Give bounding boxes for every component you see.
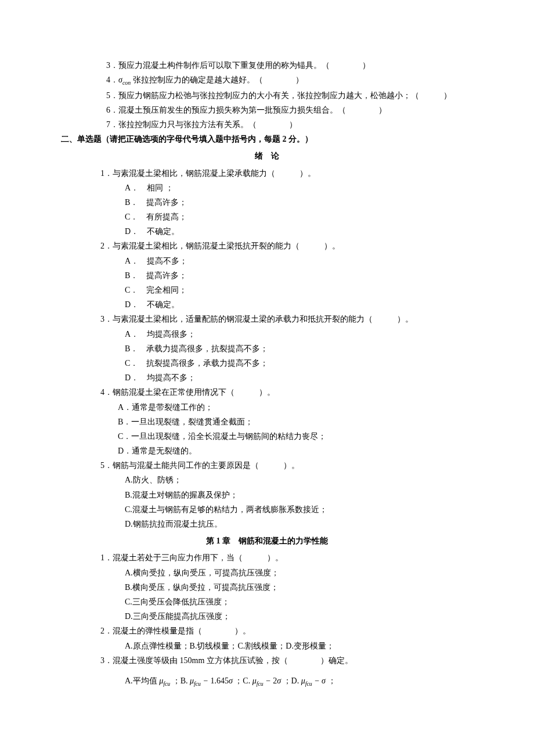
intro-q2-d: D． 不确定。 (61, 297, 473, 312)
tf-q5: 5．预应力钢筋应力松弛与张拉控制应力的大小有关，张拉控制应力越大，松弛越小；（ … (61, 88, 473, 103)
intro-q1-c: C． 有所提高； (61, 210, 473, 224)
ch1-q2-stem: 2．混凝土的弹性模量是指（ ）。 (61, 624, 473, 638)
ch1-q3-opts: A.平均值 μfcu ；B. μfcu − 1.645σ ；C. μfcu − … (61, 674, 473, 689)
sigma-1: σ (229, 676, 233, 685)
intro-q3-a: A． 均提高很多； (61, 327, 473, 341)
intro-q5-d: D.钢筋抗拉而混凝土抗压。 (61, 517, 473, 531)
tf-q3: 3．预应力混凝土构件制作后可以取下重复使用的称为锚具。（ ） (61, 58, 473, 73)
section-2-header: 二、单选题（请把正确选项的字母代号填入题中括号内，每题 2 分。） (61, 132, 473, 146)
title-ch1: 第 1 章 钢筋和混凝土的力学性能 (61, 534, 473, 548)
intro-q4-c: C．一旦出现裂缝，沿全长混凝土与钢筋间的粘结力丧尽； (61, 429, 473, 444)
mu-fcu-1: μfcu (159, 676, 170, 685)
sigma-con: σcon (118, 75, 131, 84)
tf-q4: 4．σcon 张拉控制应力的确定是越大越好。（ ） (61, 73, 473, 88)
minus-3: − (312, 676, 322, 685)
intro-q4-stem: 4．钢筋混凝土梁在正常使用情况下（ ）。 (61, 385, 473, 399)
intro-q2-a: A． 提高不多； (61, 254, 473, 268)
intro-q4-d: D．通常是无裂缝的。 (61, 444, 473, 458)
ch1-q1-stem: 1．混凝土若处于三向应力作用下，当（ ）。 (61, 550, 473, 565)
intro-q3-stem: 3．与素混凝土梁相比，适量配筋的钢混凝土梁的承载力和抵抗开裂的能力（ ）。 (61, 312, 473, 326)
intro-q1-stem: 1．与素混凝土梁相比，钢筋混凝上梁承载能力（ ）。 (61, 166, 473, 181)
ch1-q1-d: D.三向受压能提高抗压强度； (61, 609, 473, 624)
coef-1645: 1.645 (210, 676, 229, 685)
intro-q1-b: B． 提高许多； (61, 195, 473, 210)
mu-fcu-4: μfcu (301, 676, 312, 685)
sigma-3: σ (322, 676, 326, 685)
tf-q6: 6．混凝土预压前发生的预应力损失称为第一批预应力损失组合。（ ） (61, 103, 473, 117)
opt-a-prefix: A.平均值 (125, 676, 159, 685)
intro-q2-b: B． 提高许多； (61, 268, 473, 283)
intro-q2-c: C． 完全相同； (61, 283, 473, 297)
intro-q1-a: A． 相同 ； (61, 181, 473, 195)
intro-q5-b: B.混凝土对钢筋的握裹及保护； (61, 488, 473, 502)
mu-fcu-3: μfcu (252, 676, 264, 685)
mu-fcu-2: μfcu (190, 676, 201, 685)
intro-q3-d: D． 均提高不多； (61, 370, 473, 385)
ch1-q3-stem: 3．混凝土强度等级由 150mm 立方体抗压试验，按（ ）确定。 (61, 653, 473, 668)
opt-a-suffix: ；B. (170, 676, 190, 685)
ch1-q1-b: B.横向受压，纵向受拉，可提高抗压强度； (61, 580, 473, 595)
ch1-q2-opts: A.原点弹性模量；B.切线模量；C.割线模量；D.变形模量； (61, 639, 473, 653)
minus-1: − (201, 676, 210, 685)
intro-q5-stem: 5．钢筋与混凝土能共同工作的主要原因是（ ）。 (61, 458, 473, 473)
title-intro: 绪 论 (61, 149, 473, 163)
minus-2: − (264, 676, 273, 685)
intro-q1-d: D． 不确定。 (61, 224, 473, 239)
sigma-2: σ (277, 676, 281, 685)
intro-q4-a: A．通常是带裂缝工作的； (61, 400, 473, 415)
intro-q5-a: A.防火、防锈； (61, 473, 473, 487)
tf-q7: 7．张拉控制应力只与张拉方法有关系。（ ） (61, 117, 473, 132)
opt-c-suffix: ；D. (281, 676, 301, 685)
opt-b-suffix: ；C. (233, 676, 252, 685)
intro-q2-stem: 2．与素混凝土梁相比，钢筋混凝土梁抵抗开裂的能力（ ）。 (61, 239, 473, 253)
opt-d-suffix: ； (326, 676, 336, 685)
intro-q3-c: C． 抗裂提高很多，承载力提高不多； (61, 356, 473, 370)
ch1-q1-c: C.三向受压会降低抗压强度； (61, 595, 473, 609)
intro-q5-c: C.混凝土与钢筋有足够的粘结力，两者线膨胀系数接近； (61, 502, 473, 517)
intro-q4-b: B．一旦出现裂缝，裂缝贯通全截面； (61, 415, 473, 429)
intro-q3-b: B． 承载力提高很多，抗裂提高不多； (61, 341, 473, 356)
ch1-q1-a: A.横向受拉，纵向受压，可提高抗压强度； (61, 566, 473, 580)
